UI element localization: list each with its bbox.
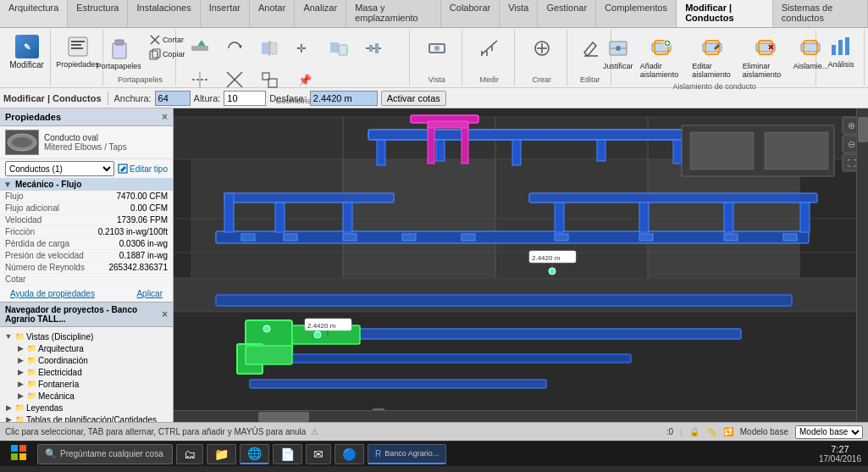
status-model: Modelo base	[740, 427, 788, 436]
svg-rect-92	[216, 295, 792, 306]
ribbon-group-geometria: ✛	[178, 30, 410, 86]
svg-text:⛶: ⛶	[848, 158, 856, 168]
mecanico-header[interactable]: ▼ Mecánico - Flujo	[0, 178, 173, 191]
properties-panel: Propiedades × Conducto oval Mitered Elbo…	[0, 108, 174, 422]
model-select[interactable]: Modelo base	[795, 425, 863, 439]
analisis-button[interactable]: Análisis	[824, 31, 858, 70]
anadir-aislamiento-button[interactable]: Añadir aislamiento	[637, 33, 686, 81]
viewport[interactable]: 2.4420 m 2.4420 m 1:9	[174, 108, 868, 422]
svg-point-58	[12, 137, 32, 147]
svg-rect-4	[113, 43, 126, 58]
object-thumbnail	[5, 130, 39, 155]
pegar-button[interactable]: Portapapeles	[93, 33, 145, 72]
tab-complementos[interactable]: Complementos	[596, 0, 677, 27]
separator1	[108, 92, 108, 105]
taskbar-app3[interactable]: 🌐	[240, 444, 269, 464]
svg-rect-75	[368, 130, 690, 140]
start-button[interactable]	[3, 441, 34, 467]
tab-sistemas-conductos[interactable]: Sistemas de conductos	[773, 0, 868, 27]
eliminar-aislamiento-button[interactable]: Eliminar aislamiento	[739, 33, 793, 81]
main-area: Propiedades × Conducto oval Mitered Elbo…	[0, 108, 868, 422]
viewport-scrollbar-v[interactable]	[856, 108, 868, 422]
copiar-g-button[interactable]	[322, 33, 356, 64]
vista-button[interactable]	[420, 33, 454, 64]
context-toolbar: Modificar | Conductos Anchura: Altura: D…	[0, 88, 868, 108]
mover-icon: ✛	[290, 35, 318, 62]
unir-icon	[186, 35, 213, 62]
edit-type-button[interactable]: Editar tipo	[118, 164, 168, 174]
count-select[interactable]: Conductos (1)	[5, 161, 114, 176]
modificar-large-button[interactable]: ✎ Modificar	[6, 31, 47, 71]
taskbar-app2[interactable]: 📁	[207, 444, 236, 464]
tab-colaborar[interactable]: Colaborar	[441, 0, 500, 27]
svg-rect-79	[512, 140, 521, 165]
svg-line-30	[482, 41, 497, 54]
prop-perdida: Pérdida de carga 0.0306 in-wg	[0, 238, 173, 250]
svg-rect-117	[462, 234, 475, 241]
taskbar-clock: 7:27 17/04/2016	[819, 444, 861, 464]
justificar-button[interactable]: Justificar	[602, 33, 634, 72]
ribbon-group-medir: Medir	[464, 30, 515, 86]
svg-rect-121	[783, 234, 797, 241]
tab-analizar[interactable]: Analizar	[295, 0, 346, 27]
taskbar-app6[interactable]: 🔵	[334, 444, 364, 464]
taskbar-app1[interactable]: 🗂	[176, 444, 203, 464]
tree-fontaneria[interactable]: ▶📁Fontanería	[15, 378, 169, 390]
tab-anotar[interactable]: Anotar	[250, 0, 295, 27]
editar-aislamiento-button[interactable]: Editar aislamiento	[688, 33, 737, 81]
apply-button[interactable]: Aplicar	[131, 287, 168, 300]
tab-estructura[interactable]: Estructura	[68, 0, 128, 27]
viewport-scrollbar-h[interactable]	[174, 410, 856, 422]
svg-rect-83	[224, 193, 394, 203]
svg-rect-54	[832, 45, 836, 55]
tree-electricidad[interactable]: ▶📁Electricidad	[15, 366, 169, 378]
tree-coordinacion[interactable]: ▶📁Coordinación	[15, 354, 169, 366]
desfase-input[interactable]	[310, 91, 378, 106]
tree-mecanica[interactable]: ▶📁Mecánica	[15, 390, 169, 402]
ribbon-group-aislamiento: Justificar Añadir aislamiento Editar ais…	[613, 30, 816, 86]
tree-arquitectura[interactable]: ▶📁Arquitectura	[15, 342, 169, 354]
recortar-icon	[221, 66, 248, 93]
unir-button[interactable]	[183, 33, 217, 64]
crear-icon	[528, 35, 556, 62]
alinear-button[interactable]	[357, 33, 390, 64]
svg-rect-90	[724, 203, 733, 232]
taskbar-revit[interactable]: R Banco Agrario...	[368, 444, 446, 464]
tab-instalaciones[interactable]: Instalaciones	[128, 0, 200, 27]
taskbar-app4[interactable]: 📄	[273, 444, 302, 464]
navigator-panel: Navegador de proyectos - Banco Agrario T…	[0, 302, 173, 422]
tab-modificar-conductos[interactable]: Modificar | Conductos	[677, 0, 773, 27]
tab-vista[interactable]: Vista	[500, 0, 538, 27]
status-warning-icon: ⚠	[311, 427, 318, 436]
svg-rect-5	[115, 40, 124, 45]
tree-vistas[interactable]: ▼ 📁 Vistas (Discipline)	[3, 330, 169, 342]
svg-rect-87	[343, 203, 352, 232]
rotar-button[interactable]	[218, 33, 252, 64]
navigator-close-button[interactable]: ×	[162, 308, 168, 320]
tab-arquitectura[interactable]: Arquitectura	[0, 0, 68, 27]
espejo-button[interactable]	[252, 33, 286, 64]
taskbar-search[interactable]: 🔍 Pregúntame cualquier cosa	[37, 444, 173, 464]
svg-text:✛: ✛	[296, 42, 307, 55]
escalar-icon	[256, 66, 283, 93]
tab-insertar[interactable]: Insertar	[201, 0, 250, 27]
taskbar-app5[interactable]: ✉	[306, 444, 331, 464]
svg-rect-80	[597, 140, 605, 161]
tree-leyendas[interactable]: ▶📁Leyendas	[3, 402, 169, 414]
vista-icon	[423, 35, 451, 62]
altura-input[interactable]	[224, 91, 266, 106]
activar-cotas-button[interactable]: Activar cotas	[381, 91, 446, 106]
medir-button[interactable]	[473, 33, 506, 64]
status-coords: :0	[666, 427, 673, 436]
help-link[interactable]: Ayuda de propiedades	[5, 287, 100, 300]
svg-text:📌: 📌	[298, 73, 312, 87]
crear-button[interactable]	[525, 33, 559, 64]
tab-gestionar[interactable]: Gestionar	[538, 0, 596, 27]
mover-button[interactable]: ✛	[287, 33, 321, 64]
properties-close-button[interactable]: ×	[162, 111, 168, 123]
rotar-icon	[221, 35, 248, 62]
anchura-input[interactable]	[155, 91, 191, 106]
tree-tablas[interactable]: ▶📁Tablas de planificación/Cantidades	[3, 414, 169, 422]
svg-rect-85	[224, 193, 234, 232]
tab-masa[interactable]: Masa y emplazamiento	[346, 0, 441, 27]
